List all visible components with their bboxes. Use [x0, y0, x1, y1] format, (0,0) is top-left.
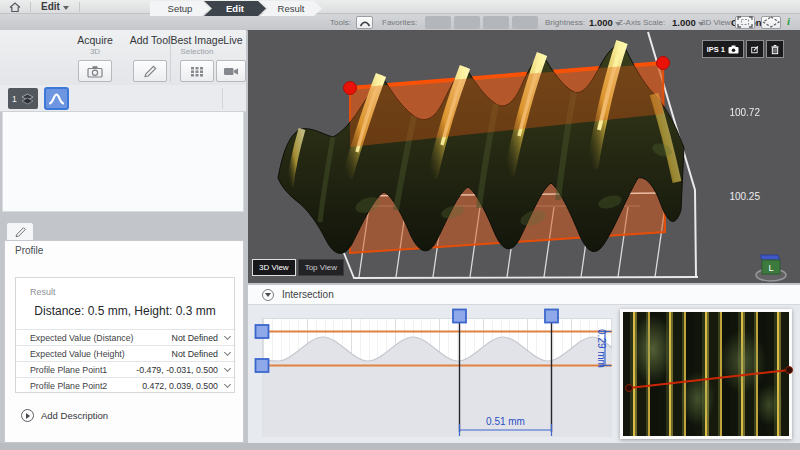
scene-3d	[248, 30, 800, 283]
photo-overlay	[623, 312, 795, 442]
row-plane-point2[interactable]: Profile Plane Point2 0.472, 0.039, 0.500	[16, 377, 236, 393]
profile-area	[262, 337, 612, 437]
info-icon[interactable]: i	[787, 15, 790, 27]
viewport-action-group: IPS 1	[702, 40, 784, 58]
add-tool-group: Add Tool	[130, 34, 171, 46]
plot-overlay: 0.51 mm 0.29 mm	[250, 306, 618, 443]
selection-frame-icon	[737, 16, 753, 28]
delete-button[interactable]	[766, 40, 784, 58]
orientation-label: L	[768, 263, 773, 273]
acquire-toolbar: Acquire 3D Add Tool Best Image Selection…	[0, 30, 246, 85]
row-expected-distance[interactable]: Expected Value (Distance) Not Defined	[16, 329, 236, 345]
profile-endpoint-1[interactable]	[344, 82, 357, 95]
viewport-3d[interactable]: 100.72 100.25 IPS 1	[248, 30, 800, 283]
z-axis-label-lower: 100.25	[729, 191, 760, 202]
row-value: Not Defined	[172, 333, 218, 343]
lower-line-handle[interactable]	[256, 359, 269, 372]
ips-capture-button[interactable]: IPS 1	[702, 40, 744, 58]
tools-label: Tools:	[330, 18, 351, 27]
tab-setup[interactable]: Setup	[150, 1, 210, 16]
profile-curve-icon	[47, 91, 66, 106]
bottom-strip	[0, 443, 800, 450]
add-tool-button[interactable]	[133, 60, 167, 82]
tab-edit-label: Edit	[226, 3, 244, 14]
result-box: Result Distance: 0.5 mm, Height: 0.3 mm …	[15, 277, 235, 393]
thumbnail-profile-tool-selected[interactable]	[44, 87, 69, 110]
brightness-value[interactable]: 1.000	[589, 17, 621, 28]
menubar: Edit	[0, 0, 800, 14]
edit-menu[interactable]: Edit	[31, 0, 79, 13]
edit-menu-label: Edit	[41, 1, 60, 12]
tab-result-label: Result	[278, 3, 305, 14]
best-image-group: Best Image Selection	[170, 34, 223, 56]
zaxis-value-text: 1.000	[672, 17, 696, 28]
profile-line-endpoint-1[interactable]	[626, 385, 633, 392]
thumbnail-dataset-1[interactable]: 1	[8, 88, 38, 109]
view-3d-button[interactable]: 3D View	[252, 259, 296, 276]
profile-endpoint-2[interactable]	[657, 57, 670, 70]
row-label: Expected Value (Distance)	[30, 333, 172, 343]
row-value: -0.479, -0.031, 0.500	[136, 365, 218, 375]
plane-diamond-icon	[762, 16, 780, 28]
best-image-button[interactable]	[180, 60, 214, 82]
camera-icon	[728, 45, 739, 54]
home-icon	[8, 1, 22, 13]
profile-line[interactable]	[629, 370, 789, 388]
row-label: Profile Plane Point1	[30, 365, 136, 375]
view-top-button[interactable]: Top View	[298, 259, 344, 276]
zaxis-label: Z-Axis Scale:	[618, 18, 665, 27]
orientation-widget[interactable]: L	[750, 251, 792, 283]
export-annotate-button[interactable]	[746, 40, 764, 58]
favorite-slot-2[interactable]	[454, 16, 480, 29]
tools-profile-button[interactable]	[356, 16, 373, 29]
favorite-slot-3[interactable]	[483, 16, 509, 29]
chevron-down-icon	[224, 349, 231, 356]
selection-frame-button[interactable]	[735, 16, 755, 29]
edit-export-icon	[751, 44, 759, 55]
plane-toggle-button[interactable]	[761, 16, 781, 29]
favorite-slot-1[interactable]	[425, 16, 451, 29]
strip-separator	[222, 88, 223, 109]
tab-result[interactable]: Result	[260, 1, 322, 16]
home-button[interactable]	[0, 0, 30, 13]
acquire-3d-button[interactable]	[78, 60, 112, 82]
height-dimension-label: 0.29 mm	[596, 329, 607, 368]
camera-icon	[87, 65, 103, 78]
acquire-sublabel: 3D	[77, 47, 113, 56]
profile-tool-icon	[359, 18, 371, 27]
top-view-photo[interactable]	[620, 309, 792, 439]
ips-label: IPS 1	[707, 45, 725, 54]
intersection-content: 0.51 mm 0.29 mm	[248, 305, 800, 443]
cursor-handle-1[interactable]	[453, 310, 466, 323]
zaxis-value[interactable]: 1.000	[672, 17, 704, 28]
row-expected-height[interactable]: Expected Value (Height) Not Defined	[16, 345, 236, 361]
live-button[interactable]	[216, 60, 246, 82]
cursor-handle-2[interactable]	[545, 310, 558, 323]
profile-line-endpoint-2[interactable]	[786, 367, 793, 374]
result-label: Result	[30, 287, 56, 297]
add-description-label: Add Description	[41, 410, 108, 421]
row-value: Not Defined	[172, 349, 218, 359]
view3d-label: 3D View:	[701, 18, 733, 27]
thumbnail-number: 1	[12, 94, 17, 104]
grid-icon	[190, 65, 204, 78]
menubar-separator2	[79, 2, 80, 12]
tab-setup-label: Setup	[168, 3, 193, 14]
favorite-slot-4[interactable]	[512, 16, 538, 29]
trash-icon	[771, 44, 779, 55]
upper-line-handle[interactable]	[256, 325, 269, 338]
tab-edit[interactable]: Edit	[204, 1, 266, 16]
chevron-down-icon	[63, 6, 69, 10]
best-image-label: Best Image	[170, 34, 223, 46]
profile-panel-title: Profile	[15, 245, 43, 256]
acquire-label: Acquire	[77, 34, 113, 46]
row-plane-point1[interactable]: Profile Plane Point1 -0.479, -0.031, 0.5…	[16, 361, 236, 377]
profile-panel: Profile Result Distance: 0.5 mm, Height:…	[4, 240, 244, 443]
add-tool-label: Add Tool	[130, 34, 171, 46]
acquire-group: Acquire 3D	[77, 34, 113, 56]
row-value: 0.472, 0.039, 0.500	[142, 381, 218, 391]
brightness-value-text: 1.000	[589, 17, 613, 28]
add-description-button[interactable]: Add Description	[21, 409, 108, 422]
intersection-header[interactable]: Intersection	[248, 285, 800, 305]
profile-tool-tab[interactable]	[6, 222, 34, 240]
